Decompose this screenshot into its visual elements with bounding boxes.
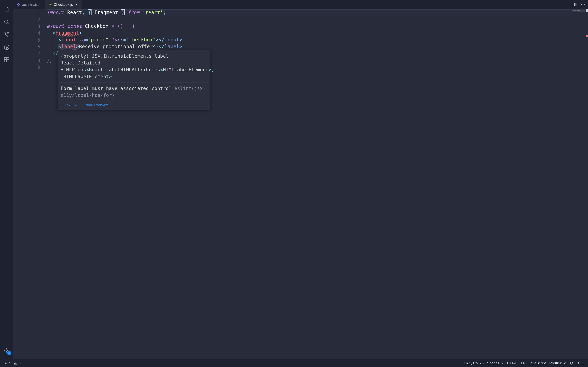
close-tab-button[interactable]: × bbox=[75, 3, 78, 7]
error-count: 1 bbox=[9, 361, 11, 365]
code-line bbox=[47, 16, 588, 23]
minimap[interactable] bbox=[572, 9, 585, 12]
code-line: <input id="promo" type="checkbox"></inpu… bbox=[47, 36, 588, 43]
status-eol[interactable]: LF bbox=[519, 359, 527, 367]
line-number-gutter: 1 2 3 4 5 6 7 8 9 bbox=[13, 9, 47, 359]
line-number: 8 bbox=[13, 57, 40, 64]
overview-error-marker bbox=[586, 35, 588, 37]
line-number: 4 bbox=[13, 30, 40, 37]
explorer-icon[interactable] bbox=[3, 6, 10, 13]
line-number: 9 bbox=[13, 64, 40, 71]
svg-point-15 bbox=[584, 4, 585, 5]
tab-eslintrc[interactable]: .eslintrc.json bbox=[13, 0, 45, 9]
status-problems[interactable]: 1 0 bbox=[2, 359, 22, 367]
status-language[interactable]: JavaScript bbox=[527, 359, 548, 367]
line-number: 1 bbox=[13, 9, 40, 16]
debug-disabled-icon[interactable] bbox=[3, 43, 10, 51]
status-prettier[interactable]: Prettier: ✔ bbox=[548, 359, 568, 367]
editor-group: .eslintrc.json JS Checkbox.js × 1 2 bbox=[13, 0, 588, 359]
svg-rect-12 bbox=[575, 3, 576, 6]
peek-problem-link[interactable]: Peek Problem bbox=[84, 103, 109, 108]
tab-label: Checkbox.js bbox=[54, 3, 73, 7]
smiley-icon bbox=[570, 361, 573, 365]
status-cursor-position[interactable]: Ln 1, Col 26 bbox=[462, 359, 485, 367]
svg-point-1 bbox=[5, 32, 6, 33]
error-icon bbox=[4, 361, 8, 365]
warning-icon bbox=[14, 361, 17, 365]
eslint-file-icon bbox=[17, 3, 20, 6]
line-number: 6 bbox=[13, 43, 40, 50]
split-editor-icon[interactable] bbox=[572, 2, 577, 7]
svg-point-14 bbox=[583, 4, 583, 5]
code-line: import React, { Fragment } from 'react'; bbox=[47, 9, 588, 16]
status-feedback[interactable] bbox=[568, 359, 575, 367]
hover-tooltip: (property) JSX.IntrinsicElements.label: … bbox=[58, 50, 210, 110]
overview-ruler[interactable] bbox=[585, 9, 588, 359]
editor-title-actions bbox=[572, 0, 588, 9]
svg-point-17 bbox=[571, 362, 573, 364]
quick-fix-link[interactable]: Quick Fix... bbox=[61, 103, 80, 108]
more-actions-icon[interactable] bbox=[581, 2, 585, 7]
tab-checkbox-js[interactable]: JS Checkbox.js × bbox=[45, 0, 82, 9]
svg-point-18 bbox=[571, 363, 571, 363]
source-control-icon[interactable] bbox=[3, 31, 10, 38]
status-encoding[interactable]: UTF-8 bbox=[505, 359, 519, 367]
warning-count: 0 bbox=[18, 361, 21, 365]
bell-icon bbox=[577, 361, 580, 365]
line-number: 2 bbox=[13, 16, 40, 23]
settings-badge: 1 bbox=[7, 351, 11, 355]
svg-rect-7 bbox=[4, 60, 7, 62]
svg-point-3 bbox=[6, 36, 7, 37]
svg-point-8 bbox=[6, 350, 8, 351]
hover-problem-message: Form label must have associated control … bbox=[58, 83, 210, 101]
hover-actions: Quick Fix... Peek Problem bbox=[58, 101, 210, 109]
svg-point-19 bbox=[572, 363, 572, 363]
status-bar: 1 0 Ln 1, Col 26 Spaces: 2 UTF-8 LF Java… bbox=[0, 359, 588, 367]
line-number: 3 bbox=[13, 23, 40, 30]
line-number: 5 bbox=[13, 37, 40, 43]
code-line: export const Checkbox = () ⇒ ( bbox=[47, 23, 588, 30]
code-line: <Fragment> bbox=[47, 30, 588, 36]
search-icon[interactable] bbox=[3, 18, 10, 26]
overview-cursor-marker bbox=[586, 9, 588, 12]
code-line: <label>Receive promotional offers?</labe… bbox=[47, 43, 588, 50]
svg-rect-6 bbox=[7, 58, 9, 60]
settings-gear-icon[interactable]: 1 bbox=[3, 347, 10, 354]
svg-rect-5 bbox=[4, 58, 7, 60]
js-file-icon: JS bbox=[49, 3, 52, 6]
svg-point-0 bbox=[5, 20, 8, 23]
code-area[interactable]: import React, { Fragment } from 'react';… bbox=[47, 9, 588, 359]
extensions-icon[interactable] bbox=[3, 56, 10, 64]
tabs-row: .eslintrc.json JS Checkbox.js × bbox=[13, 0, 588, 9]
svg-point-2 bbox=[7, 32, 9, 33]
hover-type-info: (property) JSX.IntrinsicElements.label: … bbox=[58, 50, 210, 83]
code-editor[interactable]: 1 2 3 4 5 6 7 8 9 import React, { Fragme… bbox=[13, 9, 588, 359]
tab-label: .eslintrc.json bbox=[22, 3, 42, 7]
notification-count: 1 bbox=[582, 361, 584, 365]
status-indentation[interactable]: Spaces: 2 bbox=[485, 359, 505, 367]
line-number: 7 bbox=[13, 50, 40, 57]
svg-point-13 bbox=[581, 4, 582, 5]
status-notifications[interactable]: 1 bbox=[575, 359, 586, 367]
activity-bar: 1 bbox=[0, 0, 13, 359]
